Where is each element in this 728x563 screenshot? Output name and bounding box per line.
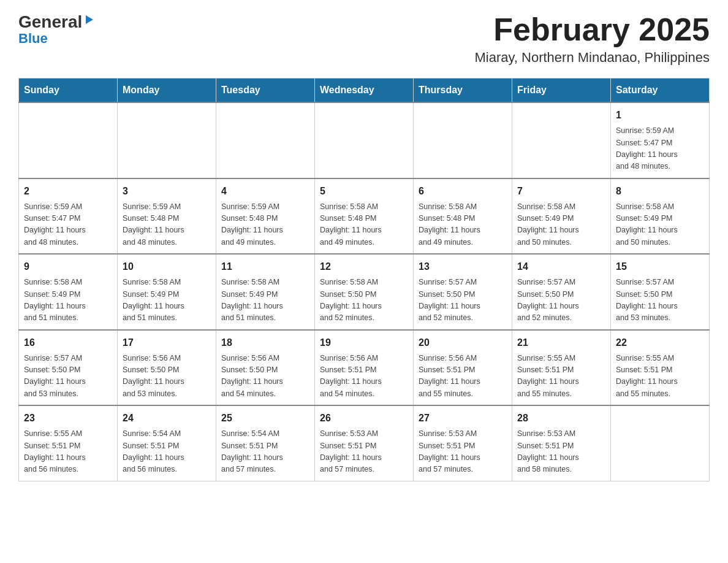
day-info: Sunrise: 5:58 AMSunset: 5:49 PMDaylight:… xyxy=(517,201,605,249)
day-info: Sunrise: 5:58 AMSunset: 5:50 PMDaylight:… xyxy=(320,277,408,324)
calendar-day-cell: 8Sunrise: 5:58 AMSunset: 5:49 PMDaylight… xyxy=(611,178,710,255)
day-number: 17 xyxy=(123,335,211,350)
day-info: Sunrise: 5:59 AMSunset: 5:47 PMDaylight:… xyxy=(616,125,704,173)
calendar-day-header: Sunday xyxy=(19,79,118,103)
calendar-week-row: 2Sunrise: 5:59 AMSunset: 5:47 PMDaylight… xyxy=(19,178,710,255)
day-info: Sunrise: 5:58 AMSunset: 5:49 PMDaylight:… xyxy=(24,277,112,324)
day-number: 10 xyxy=(123,259,211,274)
day-info: Sunrise: 5:57 AMSunset: 5:50 PMDaylight:… xyxy=(24,353,112,400)
day-number: 7 xyxy=(517,184,605,199)
day-info: Sunrise: 5:57 AMSunset: 5:50 PMDaylight:… xyxy=(419,277,507,324)
logo: General Blue xyxy=(18,12,96,47)
calendar-day-cell: 22Sunrise: 5:55 AMSunset: 5:51 PMDayligh… xyxy=(611,330,710,406)
calendar: SundayMondayTuesdayWednesdayThursdayFrid… xyxy=(18,78,710,481)
calendar-day-cell: 9Sunrise: 5:58 AMSunset: 5:49 PMDaylight… xyxy=(19,254,118,330)
calendar-day-cell: 6Sunrise: 5:58 AMSunset: 5:48 PMDaylight… xyxy=(414,178,512,255)
calendar-day-cell: 21Sunrise: 5:55 AMSunset: 5:51 PMDayligh… xyxy=(512,330,611,406)
day-number: 15 xyxy=(616,259,704,274)
calendar-day-cell: 18Sunrise: 5:56 AMSunset: 5:50 PMDayligh… xyxy=(216,330,315,406)
day-number: 13 xyxy=(419,259,507,274)
calendar-day-cell xyxy=(315,102,414,178)
calendar-week-row: 23Sunrise: 5:55 AMSunset: 5:51 PMDayligh… xyxy=(19,405,710,481)
day-number: 6 xyxy=(419,184,507,199)
logo-arrow-icon xyxy=(82,13,96,29)
day-info: Sunrise: 5:58 AMSunset: 5:48 PMDaylight:… xyxy=(419,201,507,249)
day-number: 3 xyxy=(123,184,211,199)
day-number: 8 xyxy=(616,184,704,199)
day-info: Sunrise: 5:58 AMSunset: 5:48 PMDaylight:… xyxy=(320,201,408,249)
day-info: Sunrise: 5:56 AMSunset: 5:50 PMDaylight:… xyxy=(221,353,309,400)
calendar-day-cell xyxy=(414,102,512,178)
calendar-day-cell: 25Sunrise: 5:54 AMSunset: 5:51 PMDayligh… xyxy=(216,405,315,481)
day-info: Sunrise: 5:55 AMSunset: 5:51 PMDaylight:… xyxy=(24,428,112,476)
calendar-day-cell: 4Sunrise: 5:59 AMSunset: 5:48 PMDaylight… xyxy=(216,178,315,255)
calendar-day-cell xyxy=(512,102,611,178)
calendar-week-row: 1Sunrise: 5:59 AMSunset: 5:47 PMDaylight… xyxy=(19,102,710,178)
day-number: 4 xyxy=(221,184,309,199)
day-info: Sunrise: 5:58 AMSunset: 5:49 PMDaylight:… xyxy=(616,201,704,249)
day-info: Sunrise: 5:53 AMSunset: 5:51 PMDaylight:… xyxy=(517,428,605,476)
day-info: Sunrise: 5:59 AMSunset: 5:48 PMDaylight:… xyxy=(221,201,309,249)
day-info: Sunrise: 5:56 AMSunset: 5:51 PMDaylight:… xyxy=(320,353,408,400)
calendar-day-cell: 5Sunrise: 5:58 AMSunset: 5:48 PMDaylight… xyxy=(315,178,414,255)
calendar-day-cell: 23Sunrise: 5:55 AMSunset: 5:51 PMDayligh… xyxy=(19,405,118,481)
day-number: 22 xyxy=(616,335,704,350)
day-number: 9 xyxy=(24,259,112,274)
day-number: 27 xyxy=(419,411,507,426)
day-number: 18 xyxy=(221,335,309,350)
day-number: 23 xyxy=(24,411,112,426)
day-info: Sunrise: 5:55 AMSunset: 5:51 PMDaylight:… xyxy=(517,353,605,400)
calendar-day-cell xyxy=(19,102,118,178)
day-info: Sunrise: 5:53 AMSunset: 5:51 PMDaylight:… xyxy=(320,428,408,476)
day-number: 24 xyxy=(123,411,211,426)
day-number: 25 xyxy=(221,411,309,426)
day-number: 11 xyxy=(221,259,309,274)
day-number: 2 xyxy=(24,184,112,199)
calendar-day-cell xyxy=(611,405,710,481)
day-info: Sunrise: 5:58 AMSunset: 5:49 PMDaylight:… xyxy=(123,277,211,324)
calendar-day-cell: 16Sunrise: 5:57 AMSunset: 5:50 PMDayligh… xyxy=(19,330,118,406)
day-info: Sunrise: 5:56 AMSunset: 5:51 PMDaylight:… xyxy=(419,353,507,400)
day-number: 14 xyxy=(517,259,605,274)
calendar-day-header: Saturday xyxy=(611,79,710,103)
day-number: 21 xyxy=(517,335,605,350)
svg-marker-0 xyxy=(86,15,93,24)
calendar-day-header: Friday xyxy=(512,79,611,103)
day-info: Sunrise: 5:53 AMSunset: 5:51 PMDaylight:… xyxy=(419,428,507,476)
calendar-day-header: Wednesday xyxy=(315,79,414,103)
page-subtitle: Miaray, Northern Mindanao, Philippines xyxy=(474,50,710,66)
calendar-day-cell: 7Sunrise: 5:58 AMSunset: 5:49 PMDaylight… xyxy=(512,178,611,255)
calendar-day-cell: 13Sunrise: 5:57 AMSunset: 5:50 PMDayligh… xyxy=(414,254,512,330)
day-info: Sunrise: 5:55 AMSunset: 5:51 PMDaylight:… xyxy=(616,353,704,400)
calendar-day-cell: 24Sunrise: 5:54 AMSunset: 5:51 PMDayligh… xyxy=(118,405,216,481)
day-number: 5 xyxy=(320,184,408,199)
calendar-day-cell: 2Sunrise: 5:59 AMSunset: 5:47 PMDaylight… xyxy=(19,178,118,255)
day-number: 19 xyxy=(320,335,408,350)
day-number: 28 xyxy=(517,411,605,426)
header: General Blue February 2025 Miaray, North… xyxy=(18,12,710,66)
calendar-day-cell: 1Sunrise: 5:59 AMSunset: 5:47 PMDaylight… xyxy=(611,102,710,178)
day-number: 20 xyxy=(419,335,507,350)
day-info: Sunrise: 5:59 AMSunset: 5:47 PMDaylight:… xyxy=(24,201,112,249)
calendar-day-cell: 20Sunrise: 5:56 AMSunset: 5:51 PMDayligh… xyxy=(414,330,512,406)
day-info: Sunrise: 5:54 AMSunset: 5:51 PMDaylight:… xyxy=(221,428,309,476)
calendar-day-cell: 14Sunrise: 5:57 AMSunset: 5:50 PMDayligh… xyxy=(512,254,611,330)
calendar-day-header: Tuesday xyxy=(216,79,315,103)
calendar-day-cell: 28Sunrise: 5:53 AMSunset: 5:51 PMDayligh… xyxy=(512,405,611,481)
day-number: 1 xyxy=(616,108,704,123)
day-number: 26 xyxy=(320,411,408,426)
logo-blue-text: Blue xyxy=(18,31,96,47)
calendar-day-cell: 19Sunrise: 5:56 AMSunset: 5:51 PMDayligh… xyxy=(315,330,414,406)
calendar-day-cell: 26Sunrise: 5:53 AMSunset: 5:51 PMDayligh… xyxy=(315,405,414,481)
calendar-week-row: 9Sunrise: 5:58 AMSunset: 5:49 PMDaylight… xyxy=(19,254,710,330)
day-number: 16 xyxy=(24,335,112,350)
day-info: Sunrise: 5:59 AMSunset: 5:48 PMDaylight:… xyxy=(123,201,211,249)
calendar-day-cell: 3Sunrise: 5:59 AMSunset: 5:48 PMDaylight… xyxy=(118,178,216,255)
calendar-day-cell: 10Sunrise: 5:58 AMSunset: 5:49 PMDayligh… xyxy=(118,254,216,330)
calendar-day-cell: 15Sunrise: 5:57 AMSunset: 5:50 PMDayligh… xyxy=(611,254,710,330)
day-info: Sunrise: 5:58 AMSunset: 5:49 PMDaylight:… xyxy=(221,277,309,324)
calendar-week-row: 16Sunrise: 5:57 AMSunset: 5:50 PMDayligh… xyxy=(19,330,710,406)
calendar-day-header: Monday xyxy=(118,79,216,103)
page-title: February 2025 xyxy=(474,12,710,47)
logo-general-text: General xyxy=(18,12,82,32)
